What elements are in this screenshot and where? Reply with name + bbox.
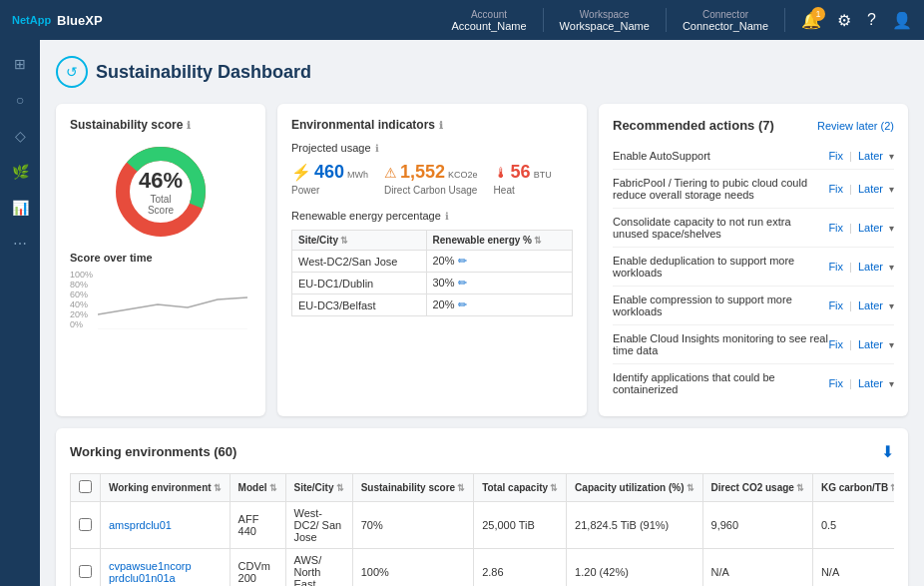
later-button[interactable]: Later (858, 261, 883, 273)
fix-button[interactable]: Fix (828, 222, 843, 234)
rec-chevron-icon[interactable]: ▾ (889, 378, 894, 389)
renewable-percent: 20% ✏ (426, 294, 573, 316)
nav-divider-2 (666, 8, 667, 32)
score-percent: 46% (136, 168, 186, 194)
we-th-5: Capacity utilization (%) ⇅ (567, 474, 702, 502)
we-row-checkbox-cell (71, 549, 101, 587)
score-label: Total Score (136, 194, 186, 216)
later-button[interactable]: Later (858, 338, 883, 350)
rec-title: Recommended actions (7) (613, 118, 774, 133)
we-row-checkbox-cell (71, 502, 101, 549)
connector-nav-item[interactable]: Connector Connector_Name (683, 9, 768, 32)
row-checkbox[interactable] (79, 518, 92, 531)
workspace-nav-item[interactable]: Workspace Workspace_Name (560, 9, 650, 32)
we-cell-4: 25,000 TiB (474, 502, 567, 549)
notifications-button[interactable]: 🔔 1 (801, 11, 821, 30)
main-content: ↺ Sustainability Dashboard Sustainabilit… (40, 40, 924, 586)
score-text: 46% Total Score (136, 168, 186, 216)
proj-info-icon[interactable]: ℹ (375, 143, 379, 154)
left-sidebar: ⊞ ○ ◇ 🌿 📊 ⋯ (0, 40, 40, 586)
renewable-percent: 30% ✏ (426, 273, 573, 294)
logo[interactable]: NetApp BlueXP (12, 13, 103, 28)
score-card-title: Sustainability score ℹ (70, 118, 251, 132)
projected-metrics: ⚡ 460 MWh Power ⚠ 1,552 KCO2e (291, 162, 573, 196)
we-cell-0: cvpawsue1ncorp prdclu01n01a (101, 549, 231, 587)
workspace-label: Workspace (580, 9, 630, 20)
later-button[interactable]: Later (858, 299, 883, 311)
renewable-row: West-DC2/San Jose 20% ✏ (292, 251, 573, 273)
we-env-link[interactable]: amsprdclu01 (109, 519, 172, 531)
later-button[interactable]: Later (858, 183, 883, 195)
we-download-button[interactable]: ⬇ (881, 442, 894, 461)
we-table: Working environment ⇅Model ⇅Site/City ⇅S… (70, 473, 894, 586)
edit-icon[interactable]: ✏ (458, 255, 467, 267)
connector-label: Connector (702, 9, 748, 20)
we-th-7: KG carbon/TB ⇅ (812, 474, 894, 502)
review-later-button[interactable]: Review later (2) (817, 120, 894, 132)
renewable-th-site: Site/City ⇅ (292, 231, 427, 251)
account-nav-item[interactable]: Account Account_Name (451, 9, 526, 32)
env-info-icon[interactable]: ℹ (439, 120, 443, 131)
rec-chevron-icon[interactable]: ▾ (889, 300, 894, 311)
notification-badge: 1 (811, 7, 825, 21)
renewable-th-percent: Renewable energy % ⇅ (426, 231, 573, 251)
settings-button[interactable]: ⚙ (837, 11, 851, 30)
we-cell-3: 100% (352, 549, 473, 587)
sidebar-icon-more[interactable]: ⋯ (4, 228, 36, 260)
renewable-row: EU-DC3/Belfast 20% ✏ (292, 294, 573, 316)
rec-action-text: FabricPool / Tiering to pubic cloud coul… (613, 177, 828, 201)
fix-button[interactable]: Fix (828, 183, 843, 195)
user-button[interactable]: 👤 (892, 11, 912, 30)
help-button[interactable]: ? (867, 11, 876, 29)
edit-icon[interactable]: ✏ (458, 298, 467, 310)
sidebar-icon-settings[interactable]: ○ (4, 84, 36, 116)
rec-action-buttons: Fix | Later ▾ (828, 222, 894, 234)
rec-chevron-icon[interactable]: ▾ (889, 262, 894, 273)
edit-icon[interactable]: ✏ (458, 277, 467, 289)
renewable-info-icon[interactable]: ℹ (445, 211, 449, 222)
nav-divider-1 (543, 8, 544, 32)
sidebar-icon-analytics[interactable]: 📊 (4, 192, 36, 224)
we-cell-3: 70% (352, 502, 473, 549)
later-button[interactable]: Later (858, 222, 883, 234)
workspace-name: Workspace_Name (560, 20, 650, 32)
app-layout: ⊞ ○ ◇ 🌿 📊 ⋯ ↺ Sustainability Dashboard S… (0, 40, 924, 586)
page-header-icon: ↺ (56, 56, 88, 88)
we-th-3: Sustainability score ⇅ (352, 474, 473, 502)
rec-action-item: Identify applications that could be cont… (613, 364, 894, 402)
we-env-link[interactable]: cvpawsue1ncorp prdclu01n01a (109, 560, 192, 584)
select-all-checkbox[interactable] (79, 480, 92, 493)
fix-button[interactable]: Fix (828, 150, 843, 162)
sidebar-icon-storage[interactable]: ◇ (4, 120, 36, 152)
score-donut: 46% Total Score (111, 142, 211, 242)
row-checkbox[interactable] (79, 565, 92, 578)
fix-button[interactable]: Fix (828, 377, 843, 389)
rec-action-text: Consolidate capacity to not run extra un… (613, 216, 828, 240)
rec-header: Recommended actions (7) Review later (2) (613, 118, 894, 133)
sidebar-icon-home[interactable]: ⊞ (4, 48, 36, 80)
renewable-site: West-DC2/San Jose (292, 251, 427, 273)
score-info-icon[interactable]: ℹ (187, 120, 191, 131)
we-cell-4: 2.86 (474, 549, 567, 587)
working-environments-section: Working environments (60) ⬇ Working envi… (56, 428, 908, 586)
rec-chevron-icon[interactable]: ▾ (889, 223, 894, 234)
fix-button[interactable]: Fix (828, 338, 843, 350)
rec-action-text: Identify applications that could be cont… (613, 371, 828, 395)
score-chart-area: 100% 80% 60% 40% 20% 0% Jan 1st Jan 8th … (70, 270, 251, 329)
renewable-site: EU-DC1/Dublin (292, 273, 427, 294)
we-cell-5: 1.20 (42%) (567, 549, 702, 587)
rec-action-item: Consolidate capacity to not run extra un… (613, 209, 894, 248)
fix-button[interactable]: Fix (828, 261, 843, 273)
renewable-table: Site/City ⇅ Renewable energy % ⇅ West-DC… (291, 230, 573, 316)
rec-action-text: Enable AutoSupport (613, 150, 828, 162)
later-button[interactable]: Later (858, 150, 883, 162)
rec-chevron-icon[interactable]: ▾ (889, 339, 894, 350)
fix-button[interactable]: Fix (828, 299, 843, 311)
later-button[interactable]: Later (858, 377, 883, 389)
rec-chevron-icon[interactable]: ▾ (889, 184, 894, 195)
carbon-metric: ⚠ 1,552 KCO2e Direct Carbon Usage (384, 162, 478, 196)
we-table-container: Working environment ⇅Model ⇅Site/City ⇅S… (70, 473, 894, 586)
score-line-chart: Jan 1st Jan 8th Jan 15th Jan 22nd (98, 270, 247, 329)
sidebar-icon-sustainability[interactable]: 🌿 (4, 156, 36, 188)
rec-chevron-icon[interactable]: ▾ (889, 151, 894, 162)
